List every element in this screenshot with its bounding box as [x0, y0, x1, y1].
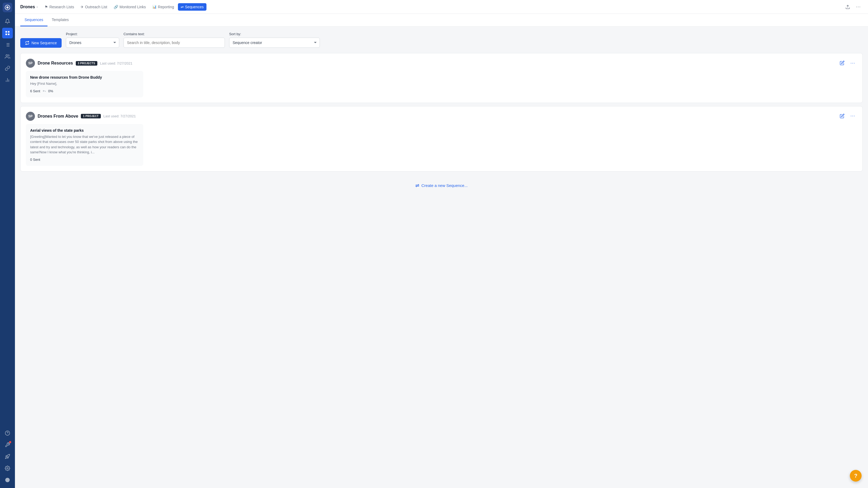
link-icon[interactable]: [2, 63, 13, 74]
brand-chevron: ›: [36, 5, 38, 9]
upload-button[interactable]: [843, 3, 852, 11]
email-preview-1: New drone resources from Drone Buddy Hey…: [26, 71, 143, 97]
outreach-list-label: Outreach List: [85, 5, 107, 9]
sequence-badge-1: 3 PROJECTS: [76, 61, 97, 66]
svg-point-19: [5, 478, 10, 482]
more-button-1[interactable]: ···: [848, 59, 857, 67]
monitored-links-link[interactable]: 🔗 Monitored Links: [111, 3, 149, 11]
sequences-icon: ⇌: [181, 5, 184, 9]
svg-rect-4: [6, 34, 7, 35]
research-lists-label: Research Lists: [49, 5, 74, 9]
settings-icon[interactable]: [2, 463, 13, 474]
project-filter-group: Project: Drones All Projects: [66, 32, 119, 48]
contains-text-label: Contains text:: [124, 32, 225, 36]
research-lists-icon: ⚑: [44, 5, 48, 9]
card-actions-2: ···: [838, 112, 857, 120]
sequence-title-2: Drones From Above: [38, 114, 78, 119]
more-button-2[interactable]: ···: [848, 112, 857, 120]
contains-text-input[interactable]: [124, 38, 225, 48]
more-options-button[interactable]: ···: [854, 3, 863, 11]
sequence-card-drone-resources: SP Drone Resources 3 PROJECTS Last used:…: [20, 53, 863, 103]
dashboard-icon[interactable]: [2, 28, 13, 38]
svg-point-12: [6, 55, 8, 57]
topnav: Drones › ⚑ Research Lists ✈ Outreach Lis…: [15, 0, 868, 14]
brand-name: Drones: [20, 4, 35, 9]
svg-point-18: [7, 468, 8, 469]
email-stats-1: 6 Sent 0%: [30, 89, 139, 93]
avatar-1: SP: [26, 59, 35, 68]
contains-text-filter-group: Contains text:: [124, 32, 225, 48]
templates-tab[interactable]: Templates: [48, 14, 73, 26]
content-area: New Sequence Project: Drones All Project…: [15, 27, 868, 488]
help-button-icon: ?: [854, 473, 857, 479]
sequence-title-1: Drone Resources: [38, 61, 73, 66]
help-button[interactable]: ?: [850, 470, 862, 482]
reporting-label: Reporting: [158, 5, 174, 9]
list-icon[interactable]: [2, 39, 13, 50]
reply-icon-1: [42, 89, 46, 93]
sort-select[interactable]: Sequence creator Date created Last used: [229, 38, 320, 48]
svg-rect-3: [8, 31, 9, 33]
project-label: Project:: [66, 32, 119, 36]
reporting-link[interactable]: 📊 Reporting: [150, 3, 177, 11]
card-actions-1: ···: [838, 59, 857, 67]
new-sequence-label: New Sequence: [31, 41, 57, 45]
avatar-2: SP: [26, 112, 35, 121]
sent-count-2: 0 Sent: [30, 158, 40, 162]
sidebar-logo[interactable]: [3, 3, 12, 12]
sidebar: [0, 0, 15, 488]
sequence-badge-2: 1 PROJECT: [81, 114, 100, 119]
sort-label: Sort by:: [229, 32, 320, 36]
svg-rect-2: [6, 31, 7, 33]
email-stats-2: 0 Sent: [30, 158, 139, 162]
monitored-links-icon: 🔗: [114, 5, 118, 9]
contacts-icon[interactable]: [2, 51, 13, 62]
edit-button-2[interactable]: [838, 112, 846, 120]
reply-pct-1: 0%: [48, 89, 53, 93]
email-subject-2: Aerial views of the state parks: [30, 128, 139, 133]
email-preview-2: Aerial views of the state parks [Greetin…: [26, 124, 143, 166]
sequences-label: Sequences: [185, 5, 204, 9]
outreach-list-link[interactable]: ✈ Outreach List: [78, 3, 110, 11]
sequence-last-used-2: Last used: 7/27/2021: [103, 114, 136, 118]
research-lists-link[interactable]: ⚑ Research Lists: [42, 3, 77, 11]
sequences-link[interactable]: ⇌ Sequences: [178, 3, 207, 11]
sequences-tab[interactable]: Sequences: [20, 14, 48, 26]
sort-filter-group: Sort by: Sequence creator Date created L…: [229, 32, 320, 48]
sent-count-1: 6 Sent: [30, 89, 40, 93]
project-select[interactable]: Drones All Projects: [66, 38, 119, 48]
rocket-icon[interactable]: [2, 451, 13, 462]
tabs-bar: Sequences Templates: [15, 14, 868, 27]
email-subject-1: New drone resources from Drone Buddy: [30, 75, 139, 79]
sequence-card-drones-from-above: SP Drones From Above 1 PROJECT Last used…: [20, 106, 863, 171]
topnav-actions: ···: [843, 3, 863, 11]
svg-point-1: [6, 6, 8, 8]
monitored-links-label: Monitored Links: [120, 5, 146, 9]
user-icon[interactable]: [2, 475, 13, 485]
brand: Drones ›: [20, 4, 38, 9]
create-sequence-label: Create a new Sequence...: [422, 183, 468, 188]
card-header-1: SP Drone Resources 3 PROJECTS Last used:…: [26, 59, 857, 68]
edit-button-1[interactable]: [838, 59, 846, 67]
topnav-nav: ⚑ Research Lists ✈ Outreach List 🔗 Monit…: [42, 3, 839, 11]
new-sequence-button[interactable]: New Sequence: [20, 38, 62, 48]
card-header-2: SP Drones From Above 1 PROJECT Last used…: [26, 112, 857, 121]
filters-bar: New Sequence Project: Drones All Project…: [20, 32, 863, 48]
outreach-list-icon: ✈: [81, 5, 84, 9]
create-sequence-icon: ⇌: [415, 183, 419, 189]
create-new-sequence-link[interactable]: ⇌ Create a new Sequence...: [20, 175, 863, 197]
svg-rect-5: [8, 34, 9, 35]
email-body-1: Hey [First Name],: [30, 81, 139, 87]
bell-icon[interactable]: [2, 16, 13, 27]
help-icon[interactable]: [2, 428, 13, 438]
chart-icon[interactable]: [2, 75, 13, 85]
email-body-2: [Greeting]Wanted to let you know that we…: [30, 134, 139, 155]
main-content: Drones › ⚑ Research Lists ✈ Outreach Lis…: [15, 0, 868, 488]
sequence-last-used-1: Last used: 7/27/2021: [100, 61, 132, 65]
tools-icon[interactable]: [2, 440, 13, 450]
reporting-icon: 📊: [152, 5, 157, 9]
